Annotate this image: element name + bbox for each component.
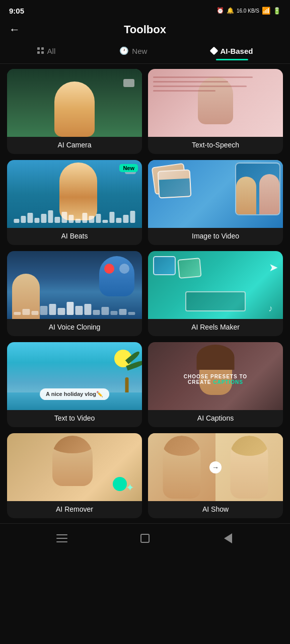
tts-thumbnail [148, 69, 283, 137]
tool-ai-reels[interactable]: ➤ ♪ AI Reels Maker [148, 251, 283, 336]
battery-icon: 🔋 [273, 7, 281, 15]
tool-tts[interactable]: Text-to-Speech [148, 69, 283, 154]
tool-text-to-video[interactable]: A nice holiday vlog✏️ Text to Video [7, 342, 142, 427]
ai-remover-label: AI Remover [7, 501, 142, 518]
tool-ai-captions[interactable]: CHOOSE PRESETS TO CREATE CAPTIONS AI Cap… [148, 342, 283, 427]
tab-bar: All 🕐 New AI-Based [0, 41, 290, 64]
alarm-icon: ⏰ [216, 7, 224, 14]
tab-new[interactable]: 🕐 New [113, 44, 153, 59]
tab-all[interactable]: All [31, 45, 62, 59]
tools-grid: AI Camera Text-to-Speech New [0, 64, 290, 523]
bell-icon: 🔔 [227, 7, 234, 14]
nav-menu-button[interactable] [54, 531, 69, 546]
ai-reels-label: AI Reels Maker [148, 319, 283, 336]
signal-icon: 📶 [262, 7, 270, 15]
ttv-thumbnail: A nice holiday vlog✏️ [7, 342, 142, 410]
tab-new-label: New [132, 47, 147, 55]
voice-waveform [14, 302, 135, 315]
tool-image-to-video[interactable]: ➤ Image to Video [148, 160, 283, 245]
tab-ai-based-label: AI-Based [220, 47, 253, 55]
itv-thumbnail: ➤ [148, 160, 283, 228]
tab-all-label: All [47, 47, 56, 55]
ai-camera-thumbnail [7, 69, 142, 137]
square-icon [140, 534, 150, 543]
tool-ai-camera[interactable]: AI Camera [7, 69, 142, 154]
tts-label: Text-to-Speech [148, 137, 283, 154]
ttv-label: Text to Video [7, 410, 142, 427]
ai-beats-thumbnail: New [7, 160, 142, 228]
holiday-text-demo: A nice holiday vlog✏️ [40, 388, 109, 400]
ai-beats-label: AI Beats [7, 228, 142, 245]
status-icons: ⏰ 🔔 16.0 KB/S 📶 🔋 [216, 7, 281, 15]
status-time: 9:05 [9, 7, 24, 15]
captions-demo-text: CHOOSE PRESETS TO CREATE CAPTIONS [184, 374, 247, 385]
ai-show-label: AI Show [148, 501, 283, 518]
header: ← Toolbox [0, 19, 290, 41]
bottom-nav [0, 523, 290, 556]
ai-voice-label: AI Voice Cloning [7, 319, 142, 336]
grid-icon [37, 47, 44, 54]
itv-label: Image to Video [148, 228, 283, 245]
ai-captions-label: AI Captions [148, 410, 283, 427]
page-title: Toolbox [124, 23, 166, 36]
split-arrow-icon: → [209, 461, 222, 473]
clock-icon: 🕐 [119, 46, 129, 55]
tool-ai-beats[interactable]: New AI Beats [7, 160, 142, 245]
tab-ai-based[interactable]: AI-Based [205, 45, 259, 59]
ai-reels-thumbnail: ➤ ♪ [148, 251, 283, 319]
tool-ai-remover[interactable]: ✦ AI Remover [7, 433, 142, 518]
ai-camera-label: AI Camera [7, 137, 142, 154]
ai-captions-thumbnail: CHOOSE PRESETS TO CREATE CAPTIONS [148, 342, 283, 410]
ai-beats-badge: New [119, 164, 138, 172]
waveform [14, 210, 135, 223]
ai-remover-thumbnail: ✦ [7, 433, 142, 501]
split-face: → [148, 433, 283, 501]
tool-ai-voice[interactable]: AI Voice Cloning [7, 251, 142, 336]
tool-ai-show[interactable]: → AI Show [148, 433, 283, 518]
triangle-icon [224, 533, 232, 543]
circle-indicator [113, 477, 127, 491]
diamond-icon [210, 47, 219, 55]
ai-voice-thumbnail [7, 251, 142, 319]
status-bar: 9:05 ⏰ 🔔 16.0 KB/S 📶 🔋 [0, 0, 290, 19]
nav-back-button[interactable] [221, 531, 236, 546]
nav-home-button[interactable] [137, 531, 153, 546]
network-speed: 16.0 KB/S [237, 8, 259, 14]
ai-show-thumbnail: → [148, 433, 283, 501]
back-button[interactable]: ← [9, 23, 20, 36]
hamburger-icon [56, 534, 67, 542]
robot-head [99, 256, 134, 296]
